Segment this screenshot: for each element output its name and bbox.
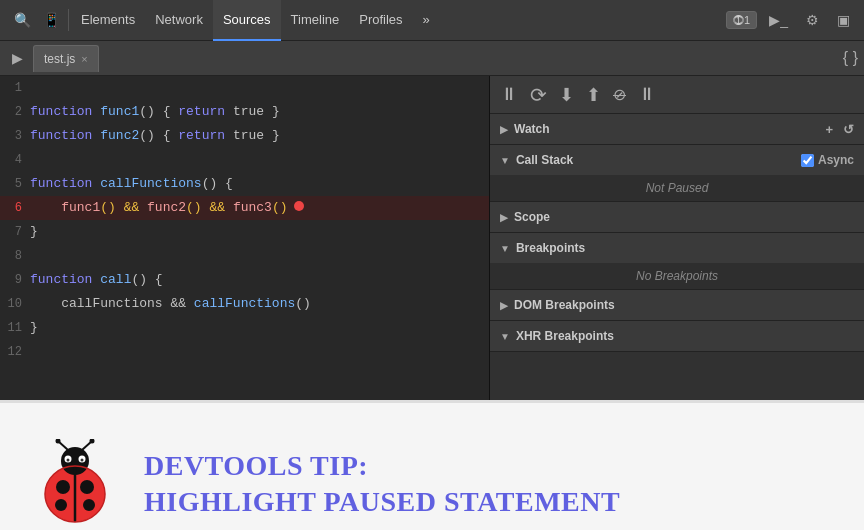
step-into-button[interactable]: ⬇: [559, 84, 574, 106]
watch-add-button[interactable]: +: [825, 122, 833, 137]
sources-toolbar: ▶ test.js × { }: [0, 41, 864, 76]
tab-network[interactable]: Network: [145, 0, 213, 41]
xhr-breakpoints-label: XHR Breakpoints: [516, 329, 614, 343]
call-stack-content: Not Paused: [490, 175, 864, 201]
toolbar-right: ⓵1 ▶_ ⚙ ▣: [726, 11, 856, 29]
watch-section: ▶ Watch + ↺: [490, 114, 864, 145]
table-row: 8: [0, 244, 489, 268]
scope-header[interactable]: ▶ Scope: [490, 202, 864, 232]
tab-elements[interactable]: Elements: [71, 0, 145, 41]
search-icon[interactable]: 🔍: [8, 12, 37, 28]
tip-title: DevTools Tip:: [144, 450, 620, 482]
mobile-icon[interactable]: 📱: [37, 12, 66, 28]
dom-breakpoints-label: DOM Breakpoints: [514, 298, 615, 312]
console-icon[interactable]: ▶_: [763, 12, 794, 28]
scope-arrow: ▶: [500, 212, 508, 223]
svg-point-14: [81, 459, 84, 462]
breakpoints-content: No Breakpoints: [490, 263, 864, 289]
table-row: 2 function func1() { return true }: [0, 100, 489, 124]
table-row: 5 function callFunctions() {: [0, 172, 489, 196]
file-tab[interactable]: test.js ×: [33, 45, 99, 72]
call-stack-arrow: ▼: [500, 155, 510, 166]
settings-icon[interactable]: ⚙: [800, 12, 825, 28]
call-stack-section: ▼ Call Stack Async Not Paused: [490, 145, 864, 202]
table-row: 6 func1() && func2() && func3(): [0, 196, 489, 220]
scope-label: Scope: [514, 210, 550, 224]
table-row: 4: [0, 148, 489, 172]
table-row: 3 function func2() { return true }: [0, 124, 489, 148]
watch-actions: + ↺: [825, 122, 854, 137]
breakpoints-section: ▼ Breakpoints No Breakpoints: [490, 233, 864, 290]
dom-breakpoints-header[interactable]: ▶ DOM Breakpoints: [490, 290, 864, 320]
scope-section: ▶ Scope: [490, 202, 864, 233]
xhr-breakpoints-header[interactable]: ▼ XHR Breakpoints: [490, 321, 864, 351]
dock-icon[interactable]: ▣: [831, 12, 856, 28]
svg-point-4: [80, 480, 94, 494]
svg-point-13: [67, 459, 70, 462]
table-row: 10 callFunctions && callFunctions(): [0, 292, 489, 316]
table-row: 12: [0, 340, 489, 364]
error-dot: [294, 201, 304, 211]
step-out-button[interactable]: ⬆: [586, 84, 601, 106]
call-stack-header[interactable]: ▼ Call Stack Async: [490, 145, 864, 175]
call-stack-status: Not Paused: [646, 181, 709, 195]
format-icon[interactable]: { }: [843, 49, 858, 67]
watch-label: Watch: [514, 122, 550, 136]
xhr-breakpoints-arrow: ▼: [500, 331, 510, 342]
top-toolbar: 🔍 📱 Elements Network Sources Timeline Pr…: [0, 0, 864, 41]
debug-toolbar: ⏸ ⟳ ⬇ ⬆ ⊘ ⏸: [490, 76, 864, 114]
watch-arrow: ▶: [500, 124, 508, 135]
dom-breakpoints-arrow: ▶: [500, 300, 508, 311]
code-lines: 1 2 function func1() { return true } 3 f…: [0, 76, 489, 364]
ladybug-icon: [30, 439, 120, 529]
separator: [68, 9, 69, 31]
src-toolbar-icons: { }: [843, 49, 858, 67]
svg-point-3: [56, 480, 70, 494]
play-icon[interactable]: ▶: [6, 50, 29, 66]
breakpoint-badge: ⓵1: [726, 11, 757, 29]
breakpoints-status: No Breakpoints: [636, 269, 718, 283]
dom-breakpoints-section: ▶ DOM Breakpoints: [490, 290, 864, 321]
file-tab-label: test.js: [44, 52, 75, 66]
file-tab-close[interactable]: ×: [81, 53, 87, 65]
tab-sources[interactable]: Sources: [213, 0, 281, 41]
tip-subtitle: Highlight Paused Statement: [144, 486, 620, 518]
tab-more[interactable]: »: [413, 0, 440, 41]
breakpoints-label: Breakpoints: [516, 241, 585, 255]
tip-section: DevTools Tip: Highlight Paused Statement: [0, 400, 864, 530]
tip-text: DevTools Tip: Highlight Paused Statement: [144, 450, 620, 518]
watch-refresh-button[interactable]: ↺: [843, 122, 854, 137]
svg-point-6: [83, 499, 95, 511]
async-badge: Async: [801, 153, 854, 167]
async-label: Async: [818, 153, 854, 167]
table-row: 1: [0, 76, 489, 100]
table-row: 11 }: [0, 316, 489, 340]
table-row: 7 }: [0, 220, 489, 244]
async-checkbox[interactable]: [801, 154, 814, 167]
table-row: 9 function call() {: [0, 268, 489, 292]
pause-button[interactable]: ⏸: [500, 84, 518, 105]
tab-timeline[interactable]: Timeline: [281, 0, 350, 41]
step-over-button[interactable]: ⟳: [530, 83, 547, 107]
deactivate-button[interactable]: ⊘: [613, 85, 626, 104]
svg-point-5: [55, 499, 67, 511]
tab-profiles[interactable]: Profiles: [349, 0, 412, 41]
main-area: 1 2 function func1() { return true } 3 f…: [0, 76, 864, 400]
xhr-breakpoints-section: ▼ XHR Breakpoints: [490, 321, 864, 352]
right-panel: ⏸ ⟳ ⬇ ⬆ ⊘ ⏸ ▶ Watch + ↺ ▼ Call Stack: [490, 76, 864, 400]
breakpoints-header[interactable]: ▼ Breakpoints: [490, 233, 864, 263]
resume-button[interactable]: ⏸: [638, 84, 656, 105]
call-stack-label: Call Stack: [516, 153, 573, 167]
breakpoints-arrow: ▼: [500, 243, 510, 254]
code-editor[interactable]: 1 2 function func1() { return true } 3 f…: [0, 76, 490, 400]
watch-header[interactable]: ▶ Watch + ↺: [490, 114, 864, 144]
